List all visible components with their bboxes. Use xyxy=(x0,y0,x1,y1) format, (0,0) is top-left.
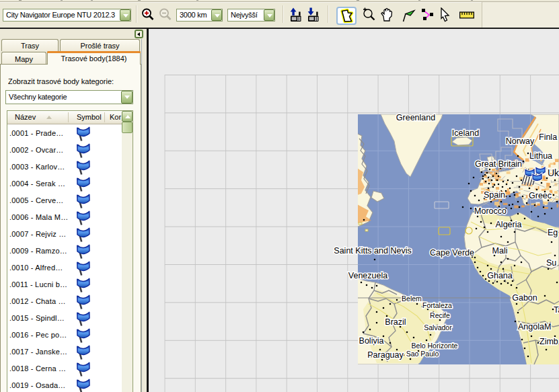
svg-text:Salvador: Salvador xyxy=(424,323,452,331)
svg-text:Mali: Mali xyxy=(492,246,508,256)
svg-text:Saint Kitts and Nevis: Saint Kitts and Nevis xyxy=(334,246,411,256)
svg-text:Gabon: Gabon xyxy=(512,293,537,303)
svg-text:Venezuela: Venezuela xyxy=(348,271,387,280)
svg-text:Zimb: Zimb xyxy=(539,337,558,346)
svg-text:Greec: Greec xyxy=(529,191,552,200)
svg-text:Finla: Finla xyxy=(539,132,557,142)
svg-text:Lithua: Lithua xyxy=(529,151,552,161)
svg-text:Uk: Uk xyxy=(548,167,559,178)
svg-text:Greenland: Greenland xyxy=(396,113,435,122)
svg-text:Brazil: Brazil xyxy=(385,317,406,327)
svg-text:Eg: Eg xyxy=(548,228,558,237)
svg-text:AngolaM: AngolaM xyxy=(518,322,551,331)
svg-text:Morocco: Morocco xyxy=(474,206,507,216)
svg-text:Belem: Belem xyxy=(402,295,422,303)
svg-text:Great Britain: Great Britain xyxy=(475,159,522,169)
svg-text:Sao Paulo: Sao Paulo xyxy=(406,350,439,358)
svg-text:Iceland: Iceland xyxy=(452,128,479,138)
svg-text:Recife: Recife xyxy=(430,311,450,319)
svg-text:Bolivia: Bolivia xyxy=(359,336,384,346)
svg-text:Spain: Spain xyxy=(484,190,505,200)
svg-text:Su: Su xyxy=(546,258,556,268)
svg-text:Norway: Norway xyxy=(506,136,535,146)
svg-text:Fortaleza: Fortaleza xyxy=(422,301,452,309)
svg-text:Ta: Ta xyxy=(554,305,559,315)
svg-text:Paraguay: Paraguay xyxy=(367,350,404,360)
svg-text:Ghana: Ghana xyxy=(487,271,513,280)
svg-text:Algeria: Algeria xyxy=(496,220,522,229)
svg-text:Belo Horizonte: Belo Horizonte xyxy=(412,342,458,350)
svg-text:Cape Verde: Cape Verde xyxy=(430,248,474,258)
